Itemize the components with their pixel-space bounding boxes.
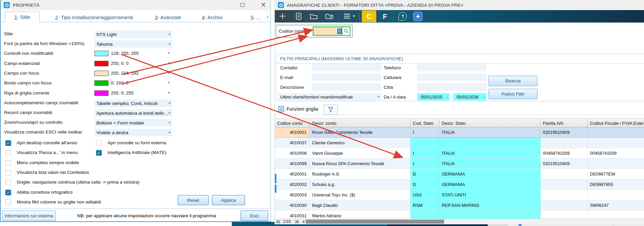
grid-cell: Nuova Rossi SPA Commercio Tessile xyxy=(310,158,411,168)
new-plus-icon[interactable] xyxy=(278,12,287,20)
checkbox[interactable]: ✓ xyxy=(96,150,102,156)
checkbox[interactable] xyxy=(96,140,102,146)
folder-recent-icon[interactable] xyxy=(325,13,334,20)
help-icon[interactable]: ? xyxy=(398,12,407,21)
checkbox[interactable] xyxy=(5,199,11,205)
anagrafiche-titlebar[interactable]: ANAGRAFICHE CLIENTI - FORNITORI DITTA <P… xyxy=(275,0,644,10)
data-da-field[interactable]: 05/01/2025 ▸ xyxy=(417,93,449,101)
grid-column-header[interactable]: Descr. Stato xyxy=(439,119,541,127)
grid-cell: I xyxy=(411,158,439,168)
grid-cell: Universal Toys Inc. ($) xyxy=(310,190,411,200)
color-swatch xyxy=(94,90,109,96)
proprieta-titlebar[interactable]: PROPRIETÀ xyxy=(1,0,270,10)
table-row[interactable]: 4020001Rustinger A.GDGERMANIADE09877EW xyxy=(275,169,644,179)
ricerca-button[interactable]: Ricerca xyxy=(488,76,538,86)
close-button[interactable] xyxy=(260,1,267,8)
app-logo-icon xyxy=(4,2,10,8)
setting-label: Stile xyxy=(4,31,13,36)
reset-button[interactable]: Reset xyxy=(178,195,209,205)
setting-label: Campi evidenziati xyxy=(4,61,40,66)
menu-hamburger-icon[interactable]: ▼ xyxy=(343,13,355,19)
table-row[interactable]: 4010006Vanni GiuseppeIITALIA004587415090… xyxy=(275,148,644,158)
cellulare-input[interactable] xyxy=(417,74,486,81)
grid-cell xyxy=(541,211,588,219)
grid-cell: Bagli Claudio xyxy=(310,200,411,210)
checkbox[interactable] xyxy=(5,170,11,176)
date-to-value: 05/01/2026 xyxy=(457,95,478,100)
tab-avanzate[interactable]: 3 - Avanzate xyxy=(149,12,186,22)
chevron-down-icon[interactable]: ▾ xyxy=(168,81,170,84)
chevron-down-icon[interactable]: ▾ xyxy=(168,51,170,55)
chevron-down-icon[interactable]: ▾ xyxy=(168,61,170,65)
tab-tipoinstallazioneaggiornamenti[interactable]: 2 - Tipo installazione/aggiornamenti xyxy=(46,12,142,22)
table-row[interactable]: 4010099Nuova Rossi SPA Commercio Tessile… xyxy=(275,158,644,169)
last-page-button[interactable] xyxy=(294,220,299,224)
grid-cell: 00458741509 xyxy=(541,148,588,158)
tab-stile[interactable]: 1 - Stile xyxy=(5,11,40,23)
grid-column-header[interactable]: Cod. Stato xyxy=(411,119,439,127)
checkbox[interactable]: ✓ xyxy=(5,140,11,146)
telefono-input[interactable] xyxy=(417,64,486,71)
applica-button[interactable]: Applica xyxy=(212,195,245,205)
grid-column-header[interactable]: Codice Fiscale / P.IVA Estera xyxy=(588,119,644,127)
codice-conto-value: 0 xyxy=(337,29,342,34)
checkbox[interactable] xyxy=(5,160,11,166)
magnifier-icon xyxy=(344,29,348,33)
chevron-down-icon[interactable]: ▾ xyxy=(168,91,170,95)
setting-value-dropdown[interactable]: NTS Light▾ xyxy=(94,31,172,38)
clienti-toggle-button[interactable]: C xyxy=(362,10,376,22)
tab-scroll-arrow[interactable]: › xyxy=(267,13,269,20)
grid-cell: USA xyxy=(411,190,439,200)
color-value: 255; 0; 255 xyxy=(111,90,134,96)
table-row[interactable]: 4010037Cliente Generico xyxy=(275,138,644,148)
table-row[interactable]: 4010031Martini Adriano xyxy=(275,211,644,219)
checkbox[interactable] xyxy=(5,150,11,156)
grid-column-header[interactable]: Descr. conto xyxy=(310,119,411,127)
grid-vscrollbar-thumb[interactable] xyxy=(275,185,276,193)
grid-cell xyxy=(541,169,588,179)
ultimi-clienti-dropdown[interactable]: Ultimi clienti/fornitori inseriti/modifi… xyxy=(278,93,381,101)
maximize-button[interactable] xyxy=(241,3,245,7)
hscrollbar-thumb[interactable] xyxy=(306,220,444,224)
telefono-label: Telefono xyxy=(384,65,401,70)
setting-value-dropdown[interactable]: Tabelle semplici, Conti, Articoli▾ xyxy=(94,100,172,107)
filter-funnel-button[interactable] xyxy=(324,105,338,115)
table-row[interactable]: 4020003Universal Toys Inc. ($)USASTATI U… xyxy=(275,190,644,200)
esci-button[interactable]: Esci xyxy=(241,211,268,221)
folder-open-icon[interactable] xyxy=(310,13,318,20)
table-row[interactable]: 4010030Bagli ClaudioRSMREP.SAN MARINOSM0… xyxy=(275,200,644,211)
setting-value-dropdown[interactable]: Visibile a destra▾ xyxy=(94,129,172,136)
grid-vscrollbar-thumb[interactable] xyxy=(275,174,276,183)
contatto-input[interactable] xyxy=(312,64,381,71)
table-row[interactable]: 4020002Schuko a.g.DGERMANIADE9987655 xyxy=(275,179,644,190)
scroll-left-button[interactable] xyxy=(302,220,305,224)
setting-value-dropdown[interactable]: Apertura automatica ai bordi dello ...▾ xyxy=(94,109,172,117)
chevron-down-icon[interactable]: ▾ xyxy=(168,71,170,75)
zoom-lookup-button[interactable] xyxy=(342,27,350,35)
document-icon[interactable] xyxy=(295,12,302,20)
codice-conto-input[interactable]: 0 xyxy=(313,27,350,36)
checkbox[interactable]: ✓ xyxy=(5,190,11,195)
grid-cell: 00458741509 xyxy=(588,148,644,158)
grid-column-header[interactable]: Partita IVA xyxy=(541,119,588,127)
checkbox[interactable] xyxy=(5,180,11,185)
grid-cell xyxy=(588,211,644,219)
tab-archivi[interactable]: 4 - Archivi xyxy=(193,12,231,22)
setting-label: Font (a partire da font Windows +150%) xyxy=(4,41,84,46)
descrizione-input[interactable] xyxy=(312,83,381,91)
pulisci-filtri-button[interactable]: Pulisci Filtri xyxy=(488,89,538,99)
citta-input[interactable] xyxy=(417,83,486,91)
chevron-down-icon: ▾ xyxy=(169,102,170,105)
setting-value-dropdown[interactable]: Bottone + Form modale▾ xyxy=(94,119,172,126)
tab-[interactable]: 5 - ... xyxy=(246,12,265,22)
email-input[interactable] xyxy=(312,74,381,81)
data-a-field[interactable]: 05/01/2026 ▸ xyxy=(453,93,486,101)
fornitori-toggle-button[interactable]: F xyxy=(380,11,390,22)
funzioni-griglia-label[interactable]: Funzioni griglia xyxy=(287,106,318,112)
table-row[interactable]: 4010001Rossi Gilbo Commercio TessileIITA… xyxy=(275,127,644,138)
grid-column-header[interactable]: Codice conto xyxy=(275,119,310,127)
ai-assistant-icon[interactable] xyxy=(413,12,423,21)
setting-value-dropdown[interactable]: Tahoma▾ xyxy=(94,40,172,48)
first-page-button[interactable] xyxy=(276,220,281,224)
informazioni-sistema-button[interactable]: Informazioni sul sistema xyxy=(2,211,56,221)
